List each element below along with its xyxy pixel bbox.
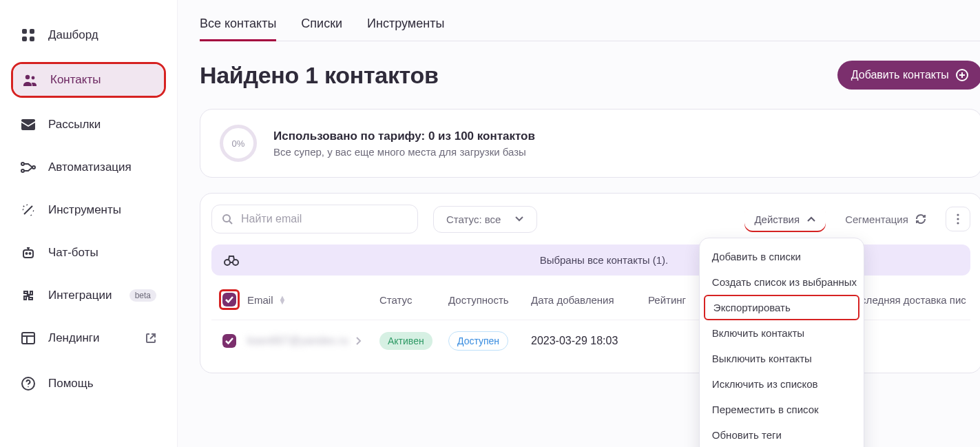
actions-item-disable[interactable]: Выключить контакты	[700, 346, 864, 371]
sidebar-item-label: Контакты	[50, 73, 101, 87]
status-filter[interactable]: Статус: все	[433, 206, 537, 233]
sort-icon: ▲▼	[279, 295, 286, 304]
sidebar-item-help[interactable]: Помощь	[11, 368, 166, 399]
binoculars-icon	[224, 255, 239, 266]
more-menu-button[interactable]	[946, 207, 970, 231]
svg-point-21	[233, 260, 238, 265]
sidebar-item-label: Чат-боты	[48, 246, 98, 260]
actions-item-enable[interactable]: Включить контакты	[700, 320, 864, 346]
highlight-box	[219, 289, 240, 310]
svg-point-16	[223, 215, 230, 222]
add-contacts-label: Добавить контакты	[851, 69, 949, 81]
sidebar-item-contacts[interactable]: Контакты	[13, 64, 164, 96]
quota-card: 0% Использовано по тарифу: 0 из 100 конт…	[200, 109, 980, 178]
sidebar: Дашборд Контакты Рассылки Автоматизация	[0, 0, 178, 447]
sidebar-item-label: Инструменты	[48, 203, 121, 217]
svg-point-8	[32, 166, 35, 169]
svg-point-7	[21, 169, 24, 172]
robot-icon	[21, 245, 36, 260]
workflow-icon	[21, 160, 36, 175]
puzzle-icon	[21, 288, 36, 303]
tab-tools[interactable]: Инструменты	[367, 11, 444, 41]
sidebar-item-label: Помощь	[48, 377, 94, 391]
wand-icon	[21, 202, 36, 218]
svg-point-10	[26, 253, 28, 254]
sidebar-item-integrations[interactable]: Интеграции beta	[11, 280, 166, 311]
svg-point-14	[28, 386, 29, 388]
search-input[interactable]	[240, 212, 408, 226]
svg-point-6	[21, 163, 24, 165]
svg-point-17	[957, 214, 959, 216]
svg-point-18	[957, 218, 959, 220]
toolbar: Статус: все Действия Сегментация	[200, 193, 980, 373]
quota-title: Использовано по тарифу: 0 из 100 контакт…	[273, 129, 535, 143]
add-contacts-button[interactable]: Добавить контакты	[837, 61, 980, 90]
sidebar-item-chatbots[interactable]: Чат-боты	[11, 237, 166, 269]
sidebar-item-label: Дашборд	[48, 28, 98, 42]
svg-rect-0	[22, 29, 27, 34]
people-icon	[23, 72, 38, 87]
svg-point-20	[225, 260, 230, 265]
segmentation-label: Сегментация	[845, 214, 908, 225]
actions-item-export[interactable]: Экспортировать	[704, 295, 859, 320]
column-date-added[interactable]: Дата добавления	[531, 294, 648, 306]
actions-item-create-list[interactable]: Создать список из выбранных	[700, 269, 864, 295]
svg-rect-2	[22, 37, 27, 41]
segmentation-button[interactable]: Сегментация	[841, 207, 930, 232]
svg-point-19	[957, 222, 959, 224]
refresh-icon	[915, 214, 926, 225]
search-input-wrapper[interactable]	[211, 205, 418, 233]
sidebar-item-dashboard[interactable]: Дашборд	[11, 19, 166, 51]
chevron-down-icon	[514, 216, 524, 222]
column-email[interactable]: Email ▲▼	[242, 294, 379, 306]
actions-item-update-tags[interactable]: Обновить теги	[700, 422, 864, 447]
sidebar-item-automation[interactable]: Автоматизация	[11, 152, 166, 183]
search-icon	[222, 214, 233, 225]
sidebar-item-label: Рассылки	[48, 118, 101, 132]
quota-percent: 0%	[232, 138, 245, 149]
row-date: 2023-03-29 18:03	[531, 335, 648, 347]
quota-subtitle: Все супер, у вас еще много места для заг…	[273, 146, 535, 158]
help-icon	[21, 376, 36, 391]
svg-point-11	[30, 253, 31, 254]
more-vertical-icon	[957, 214, 959, 225]
beta-badge: beta	[129, 289, 156, 302]
actions-item-add-to-lists[interactable]: Добавить в списки	[700, 244, 864, 269]
sidebar-item-label: Лендинги	[48, 331, 100, 345]
plus-circle-icon	[956, 69, 968, 81]
column-last-delivery[interactable]: Последняя доставка пис	[848, 294, 966, 306]
sidebar-item-landings[interactable]: Лендинги	[11, 322, 166, 354]
layout-icon	[21, 331, 36, 346]
main-content: Все контакты Списки Инструменты Найдено …	[178, 0, 980, 447]
chevron-up-icon	[806, 216, 816, 222]
sidebar-item-label: Автоматизация	[48, 160, 132, 174]
select-all-checkbox[interactable]	[222, 293, 236, 306]
status-filter-label: Статус: все	[446, 214, 501, 225]
chevron-right-icon[interactable]	[355, 336, 362, 346]
external-link-icon	[145, 333, 156, 344]
actions-label: Действия	[754, 214, 800, 225]
availability-badge: Доступен	[448, 331, 508, 351]
svg-rect-12	[22, 333, 34, 344]
page-title: Найдено 1 контактов	[200, 62, 439, 89]
column-status[interactable]: Статус	[379, 294, 448, 306]
sidebar-item-tools[interactable]: Инструменты	[11, 194, 166, 226]
svg-rect-9	[23, 250, 33, 258]
sidebar-item-campaigns[interactable]: Рассылки	[11, 109, 166, 141]
svg-rect-1	[30, 29, 34, 34]
row-email: ksen667@yandex.ru	[247, 335, 348, 347]
sidebar-item-label: Интеграции	[48, 289, 112, 302]
svg-point-4	[25, 75, 30, 79]
actions-item-exclude[interactable]: Исключить из списков	[700, 371, 864, 397]
highlight-box: Контакты	[11, 62, 166, 98]
column-availability[interactable]: Доступность	[448, 294, 531, 306]
tab-lists[interactable]: Списки	[301, 11, 342, 41]
envelope-icon	[21, 117, 36, 132]
status-badge: Активен	[379, 332, 432, 350]
quota-ring: 0%	[220, 125, 257, 162]
tab-all-contacts[interactable]: Все контакты	[200, 11, 276, 41]
actions-menu-button[interactable]: Действия	[744, 207, 826, 232]
actions-dropdown: Добавить в списки Создать список из выбр…	[699, 238, 864, 447]
actions-item-move[interactable]: Переместить в список	[700, 397, 864, 422]
row-checkbox[interactable]	[222, 334, 236, 348]
